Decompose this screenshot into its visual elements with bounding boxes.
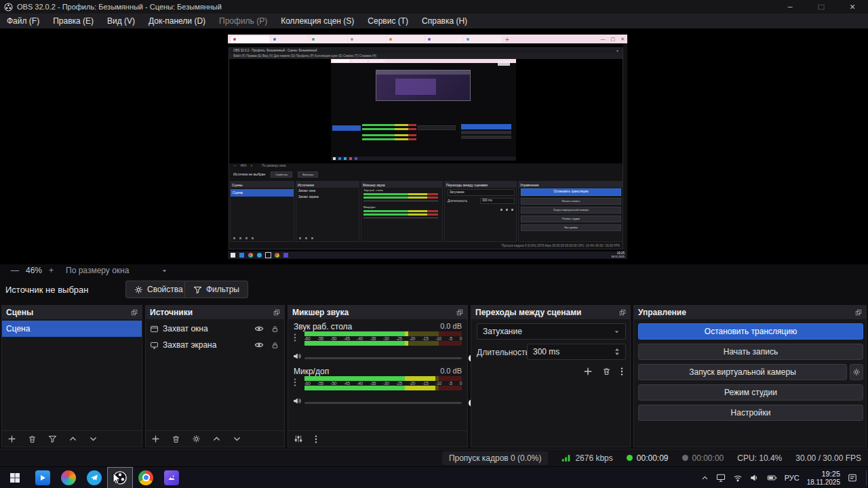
tray-speaker-icon[interactable] xyxy=(750,474,760,482)
source-lock-toggle[interactable] xyxy=(271,337,279,353)
add-transition-icon[interactable] xyxy=(583,367,593,376)
transitions-dock-header: Переходы между сценами xyxy=(471,306,630,319)
tray-wifi-icon[interactable] xyxy=(733,474,743,482)
docks-area: Сцены Сцена Источники Захват окна xyxy=(0,305,868,449)
move-source-up-icon[interactable] xyxy=(212,434,221,443)
taskbar-obs-active[interactable] xyxy=(107,467,133,488)
preview-canvas[interactable]: + —▢✕ RUTUBEStudio xyxy=(0,28,868,264)
dock-float-icon[interactable] xyxy=(456,309,463,316)
tray-battery-icon[interactable] xyxy=(767,474,777,482)
speaker-icon xyxy=(292,352,302,361)
menu-file[interactable]: Файл (F) xyxy=(0,14,46,28)
virtual-camera-button[interactable]: Запуск виртуальной камеры xyxy=(638,364,847,380)
volume-slider[interactable] xyxy=(304,354,462,362)
menu-docks[interactable]: Док-панели (D) xyxy=(142,14,212,28)
source-properties-icon[interactable] xyxy=(192,434,201,443)
notification-center-icon[interactable] xyxy=(848,473,857,483)
fit-to-window-dropdown[interactable]: По размеру окна xyxy=(66,266,167,275)
maximize-button[interactable] xyxy=(806,0,837,14)
volume-meter: -60-55-50-45-40-35-30-25-20-15-10-50 xyxy=(304,331,462,346)
menu-profile[interactable]: Профиль (P) xyxy=(212,14,274,28)
status-bar: Пропуск кадров 0 (0.0%) 2676 kbps 00:00:… xyxy=(0,449,868,466)
move-scene-down-icon[interactable] xyxy=(89,434,98,443)
taskbar-chrome[interactable] xyxy=(133,467,159,488)
spinner-down-icon[interactable] xyxy=(614,352,620,356)
remove-scene-icon[interactable] xyxy=(28,434,37,444)
mixer-kebab-icon[interactable] xyxy=(315,434,317,444)
nested-preview xyxy=(229,59,623,163)
minimize-button[interactable]: – xyxy=(774,0,806,14)
studio-mode-button[interactable]: Режим студии xyxy=(638,384,863,401)
preview-zoom-row: — 46% + По размеру окна xyxy=(0,264,868,277)
chrome-icon xyxy=(138,470,153,485)
move-scene-up-icon[interactable] xyxy=(68,434,77,443)
duration-spinner[interactable]: 300 ms xyxy=(527,344,626,360)
dock-float-icon[interactable] xyxy=(855,309,862,316)
dock-float-icon[interactable] xyxy=(131,309,138,316)
live-indicator-icon xyxy=(627,455,633,461)
channel-options-kebab[interactable] xyxy=(294,333,296,342)
advanced-audio-icon[interactable] xyxy=(294,434,303,443)
scenes-dock: Сцены Сцена xyxy=(1,305,142,447)
menu-help[interactable]: Справка (H) xyxy=(415,14,474,28)
remove-transition-icon[interactable] xyxy=(602,367,611,376)
sources-toolbar xyxy=(146,430,284,447)
menu-tools[interactable]: Сервис (T) xyxy=(361,14,415,28)
taskbar-clock[interactable]: 19:25 18.11.2025 xyxy=(807,470,840,486)
remove-source-icon[interactable] xyxy=(172,434,180,444)
filters-button[interactable]: Фильтры xyxy=(184,281,248,298)
obs-logo-icon xyxy=(4,3,13,12)
filter-icon xyxy=(193,285,202,294)
properties-button[interactable]: Свойства xyxy=(125,281,192,298)
language-indicator[interactable]: РУС xyxy=(785,474,800,482)
taskbar-telegram[interactable] xyxy=(81,467,107,488)
volume-slider[interactable] xyxy=(304,399,462,407)
bitrate-status: 2676 kbps xyxy=(561,453,612,463)
scene-list-item[interactable]: Сцена xyxy=(2,321,142,337)
no-source-selected-label: Источник не выбран xyxy=(5,285,88,295)
zoom-out-button[interactable]: — xyxy=(8,266,22,275)
channel-options-kebab[interactable] xyxy=(294,378,296,387)
virtual-camera-config-button[interactable] xyxy=(850,364,863,380)
stream-timer: 00:00:09 xyxy=(627,453,669,463)
stop-streaming-button[interactable]: Остановить трансляцию xyxy=(638,323,863,340)
system-tray: РУС 19:25 18.11.2025 xyxy=(701,467,867,488)
mute-toggle[interactable] xyxy=(292,396,302,405)
dock-float-icon[interactable] xyxy=(619,309,626,316)
windows-logo-icon xyxy=(9,472,20,483)
tray-chevron-up-icon[interactable] xyxy=(701,474,709,482)
screen-capture-preview[interactable]: + —▢✕ RUTUBEStudio xyxy=(228,35,627,259)
taskbar-photos[interactable] xyxy=(56,467,81,488)
start-recording-button[interactable]: Начать запись xyxy=(638,344,863,360)
source-lock-toggle[interactable] xyxy=(271,321,279,337)
tray-monitor-icon[interactable] xyxy=(716,474,726,482)
window-title: OBS 32.0.2 - Профиль: Безымянный - Сцены… xyxy=(17,3,222,11)
captured-taskbar: 19:25 18.11.2025 xyxy=(228,251,627,259)
captured-browser-window-controls: —▢✕ xyxy=(601,36,625,42)
move-source-down-icon[interactable] xyxy=(233,434,241,443)
start-button[interactable] xyxy=(0,467,30,488)
taskbar-media-player[interactable] xyxy=(30,467,56,488)
mute-toggle[interactable] xyxy=(292,352,302,361)
captured-browser-tabstrip: + —▢✕ xyxy=(228,35,627,43)
transition-select[interactable]: Затухание xyxy=(477,323,626,340)
source-visibility-toggle[interactable] xyxy=(254,321,264,337)
dock-float-icon[interactable] xyxy=(273,309,280,316)
zoom-in-button[interactable]: + xyxy=(46,266,56,275)
scene-filters-icon[interactable] xyxy=(48,434,57,443)
volume-meter: -60-55-50-45-40-35-30-25-20-15-10-50 xyxy=(304,376,462,390)
paper-plane-icon xyxy=(90,474,98,482)
menu-scene-collection[interactable]: Коллекция сцен (S) xyxy=(274,14,361,28)
transition-kebab-icon[interactable] xyxy=(620,367,623,376)
settings-button[interactable]: Настройки xyxy=(638,405,863,421)
taskbar-purple-app[interactable] xyxy=(159,467,184,488)
source-visibility-toggle[interactable] xyxy=(254,337,264,353)
show-desktop-edge[interactable] xyxy=(866,470,867,485)
gear-icon xyxy=(134,285,143,294)
close-button[interactable]: × xyxy=(837,0,868,14)
menu-view[interactable]: Вид (V) xyxy=(100,14,142,28)
spinner-up-icon[interactable] xyxy=(614,348,620,351)
menu-edit[interactable]: Правка (E) xyxy=(46,14,100,28)
add-scene-icon[interactable] xyxy=(7,434,16,443)
add-source-icon[interactable] xyxy=(151,434,160,443)
